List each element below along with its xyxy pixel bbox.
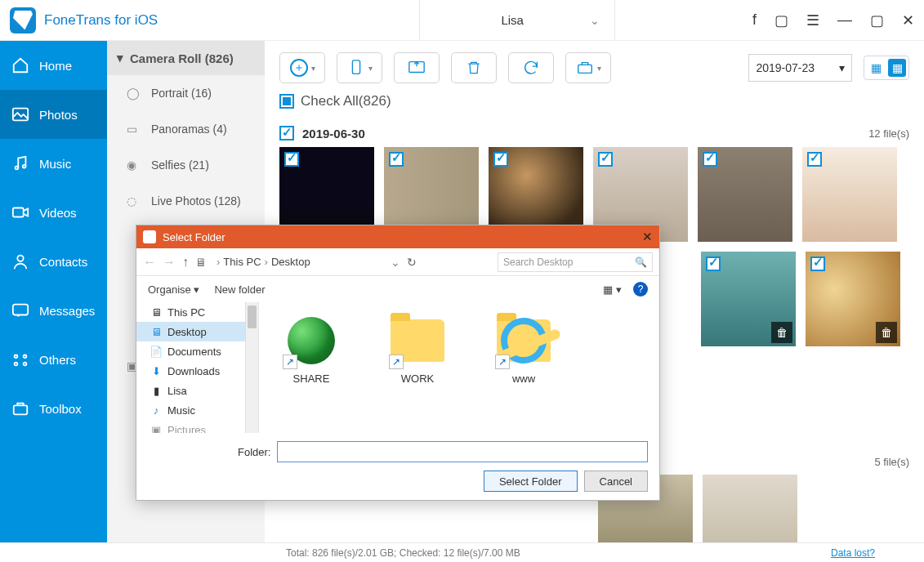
view-large-button[interactable]: ▦ (867, 59, 885, 77)
view-toggle: ▦ ▦ (864, 56, 909, 80)
album-selfies-label: Selfies (21) (151, 158, 209, 172)
help-icon[interactable]: ? (633, 282, 648, 297)
nav-toolbox[interactable]: Toolbox (0, 384, 107, 433)
live-icon: ◌ (127, 194, 143, 207)
documents-icon: 📄 (150, 346, 163, 358)
tree-music[interactable]: ♪Music (136, 400, 258, 420)
minimize-icon[interactable]: — (837, 11, 852, 29)
up-icon[interactable]: ↑ (182, 255, 189, 270)
downloads-icon: ⬇ (150, 365, 163, 377)
album-header[interactable]: ▾Camera Roll (826) (107, 41, 265, 75)
check-all-row[interactable]: Check All(826) (279, 93, 909, 109)
photos-icon (11, 105, 29, 123)
folder-share[interactable]: ↗ SHARE (270, 312, 352, 385)
tree-lisa[interactable]: ▮Lisa (136, 381, 258, 400)
chevron-down-icon[interactable]: ⌄ (391, 256, 400, 269)
contacts-icon (11, 252, 29, 270)
check-icon (807, 152, 822, 167)
nav-others[interactable]: Others (0, 335, 107, 384)
nav-messages[interactable]: Messages (0, 286, 107, 335)
folder-view: ↗ SHARE ↗ WORK ↗ www (259, 302, 659, 433)
tree-this-pc[interactable]: 🖥This PC (136, 302, 258, 322)
dialog-title: Select Folder (163, 231, 225, 243)
folder-label: SHARE (293, 372, 330, 385)
tree-documents[interactable]: 📄Documents (136, 341, 258, 361)
home-icon (11, 56, 29, 74)
maximize-icon[interactable]: ▢ (870, 11, 884, 29)
photo-thumbnail[interactable] (802, 147, 897, 242)
date-filter[interactable]: 2019-07-23▾ (748, 54, 852, 82)
status-bar: Total: 826 file(s)/2.01 GB; Checked: 12 … (0, 542, 924, 562)
forward-icon[interactable]: → (163, 255, 176, 270)
app-logo-icon (143, 230, 156, 243)
data-lost-link[interactable]: Data lost? (831, 547, 875, 559)
back-icon[interactable]: ← (143, 255, 156, 270)
to-device-button[interactable]: ▾ (337, 52, 382, 83)
album-selfies[interactable]: ◉Selfies (21) (107, 147, 265, 183)
chevron-down-icon: ▾ (839, 61, 845, 74)
tree-desktop[interactable]: 🖥Desktop (136, 322, 258, 341)
search-input[interactable]: Search Desktop🔍 (498, 252, 653, 272)
view-small-button[interactable]: ▦ (888, 59, 906, 77)
toolbar: ＋▾ ▾ ▾ 2019-07-23▾ ▦ ▦ (279, 52, 909, 83)
toolbox-icon (11, 399, 29, 417)
photo-thumbnail[interactable]: 🗑 (806, 252, 900, 346)
album-portrait[interactable]: ◯Portrait (16) (107, 75, 265, 111)
to-pc-button[interactable] (394, 52, 440, 83)
desktop-icon: 🖥 (150, 326, 163, 338)
portrait-icon: ◯ (127, 87, 143, 100)
nav-photos-label: Photos (39, 108, 78, 122)
panorama-icon: ▭ (127, 123, 143, 136)
close-icon[interactable]: ✕ (902, 11, 914, 29)
album-panoramas[interactable]: ▭Panoramas (4) (107, 111, 265, 147)
view-options-button[interactable]: ▦ ▾ (603, 283, 622, 296)
folder-input[interactable] (277, 441, 648, 462)
feedback-icon[interactable]: ▢ (774, 11, 788, 29)
photo-thumbnail[interactable]: 🗑 (701, 252, 796, 346)
nav-videos[interactable]: Videos (0, 188, 107, 237)
chevron-down-icon: ▾ (311, 64, 315, 73)
music-icon (11, 154, 29, 172)
close-icon[interactable]: ✕ (642, 230, 653, 244)
app-logo-icon (10, 7, 36, 33)
nav-music[interactable]: Music (0, 139, 107, 188)
tree-scrollbar[interactable] (245, 302, 258, 433)
folder-www[interactable]: ↗ www (483, 312, 565, 385)
svg-point-9 (24, 363, 27, 366)
cancel-button[interactable]: Cancel (584, 471, 648, 492)
refresh-button[interactable] (508, 52, 554, 83)
device-selector[interactable]: Lisa ⌄ (419, 0, 615, 40)
organise-button[interactable]: Organise ▾ (148, 283, 199, 296)
breadcrumb[interactable]: This PC Desktop (216, 256, 310, 268)
refresh-icon[interactable]: ↻ (407, 256, 417, 269)
shortcut-icon: ↗ (389, 355, 404, 369)
photo-thumbnail[interactable] (698, 147, 792, 242)
check-icon (493, 152, 508, 167)
folder-work[interactable]: ↗ WORK (377, 312, 458, 385)
check-icon (389, 152, 404, 167)
tree-downloads[interactable]: ⬇Downloads (136, 361, 258, 381)
new-folder-button[interactable]: New folder (214, 283, 265, 296)
export-button[interactable]: ▾ (565, 52, 611, 83)
select-folder-button[interactable]: Select Folder (484, 471, 578, 492)
nav-home[interactable]: Home (0, 41, 107, 90)
nav-contacts[interactable]: Contacts (0, 237, 107, 286)
menu-icon[interactable]: ☰ (806, 11, 819, 29)
folder-label: www (512, 372, 535, 385)
select-folder-dialog: Select Folder ✕ ← → ↑ 🖥 This PC Desktop … (136, 225, 660, 501)
photo-thumbnail[interactable]: 🗑 (703, 475, 797, 542)
plus-icon: ＋ (290, 59, 308, 77)
nav-photos[interactable]: Photos (0, 90, 107, 139)
delete-icon[interactable]: 🗑 (876, 322, 897, 343)
group-checkbox[interactable] (279, 126, 294, 140)
status-text: Total: 826 file(s)/2.01 GB; Checked: 12 … (286, 547, 520, 559)
delete-button[interactable] (451, 52, 497, 83)
album-live-photos[interactable]: ◌Live Photos (128) (107, 183, 265, 219)
delete-icon[interactable]: 🗑 (771, 322, 792, 343)
add-button[interactable]: ＋▾ (279, 52, 325, 83)
svg-rect-3 (13, 208, 24, 217)
share-icon[interactable]: f (752, 11, 757, 29)
album-portrait-label: Portrait (16) (151, 87, 212, 100)
caret-down-icon: ▾ (117, 51, 123, 65)
tree-pictures[interactable]: ▣Pictures (136, 420, 258, 433)
